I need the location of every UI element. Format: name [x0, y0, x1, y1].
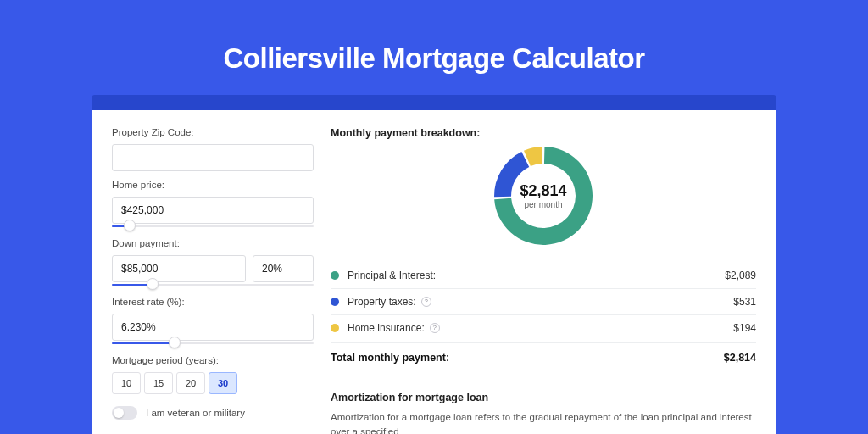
- breakdown-line-label: Principal & Interest:: [348, 270, 725, 281]
- total-row: Total monthly payment: $2,814: [331, 342, 756, 372]
- home-price-label: Home price:: [112, 180, 314, 190]
- donut-center: $2,814 per month: [492, 144, 595, 248]
- period-label: Mortgage period (years):: [112, 355, 314, 365]
- interest-label: Interest rate (%):: [112, 297, 314, 307]
- panel-topbar: [92, 95, 776, 110]
- veteran-label: I am veteran or military: [146, 408, 245, 418]
- interest-input[interactable]: [112, 314, 314, 341]
- home-price-input[interactable]: [112, 197, 314, 224]
- breakdown-line-value: $194: [733, 322, 756, 334]
- donut-amount: $2,814: [520, 182, 566, 200]
- down-payment-slider[interactable]: [112, 281, 314, 288]
- home-price-group: Home price:: [112, 180, 314, 230]
- veteran-toggle[interactable]: [112, 406, 137, 420]
- toggle-knob: [114, 408, 124, 418]
- down-payment-amount-input[interactable]: [112, 255, 246, 282]
- down-payment-percent-input[interactable]: [253, 255, 314, 282]
- down-payment-group: Down payment:: [112, 238, 314, 288]
- period-option-10[interactable]: 10: [112, 372, 141, 394]
- calculator-panel: Property Zip Code: Home price: Down paym…: [92, 108, 776, 434]
- veteran-row: I am veteran or military: [112, 406, 314, 420]
- slider-thumb[interactable]: [124, 220, 136, 231]
- period-option-20[interactable]: 20: [176, 372, 205, 394]
- breakdown-line: Home insurance:?$194: [331, 314, 756, 341]
- period-options: 10152030: [112, 372, 314, 394]
- interest-group: Interest rate (%):: [112, 297, 314, 347]
- page-title: Colliersville Mortgage Calculator: [92, 42, 776, 75]
- breakdown-line-label: Property taxes:?: [348, 296, 733, 308]
- amortization-block: Amortization for mortgage loan Amortizat…: [331, 381, 756, 434]
- breakdown-line: Principal & Interest:$2,089: [331, 263, 756, 288]
- legend-swatch: [331, 324, 339, 332]
- slider-thumb[interactable]: [169, 337, 181, 348]
- breakdown-line-label: Home insurance:?: [348, 322, 733, 334]
- legend-swatch: [331, 298, 339, 306]
- amortization-text: Amortization for a mortgage loan refers …: [331, 410, 756, 434]
- down-payment-label: Down payment:: [112, 238, 314, 248]
- breakdown-line-value: $2,089: [725, 270, 756, 281]
- legend-swatch: [331, 271, 339, 280]
- inputs-column: Property Zip Code: Home price: Down paym…: [112, 127, 314, 434]
- info-icon[interactable]: ?: [430, 323, 440, 333]
- zip-input[interactable]: [112, 144, 314, 171]
- total-label: Total monthly payment:: [331, 352, 724, 364]
- amortization-title: Amortization for mortgage loan: [331, 392, 756, 403]
- breakdown-line-value: $531: [733, 296, 756, 308]
- zip-label: Property Zip Code:: [112, 127, 314, 137]
- period-option-15[interactable]: 15: [144, 372, 173, 394]
- results-column: Monthly payment breakdown: $2,814 per mo…: [331, 127, 756, 434]
- breakdown-title: Monthly payment breakdown:: [331, 127, 756, 139]
- home-price-slider[interactable]: [112, 223, 314, 230]
- zip-group: Property Zip Code:: [112, 127, 314, 171]
- slider-thumb[interactable]: [147, 278, 159, 290]
- breakdown-chart: $2,814 per month: [331, 144, 756, 248]
- donut-sub: per month: [524, 200, 562, 209]
- breakdown-lines: Principal & Interest:$2,089Property taxe…: [331, 263, 756, 341]
- interest-slider[interactable]: [112, 340, 314, 347]
- info-icon[interactable]: ?: [421, 297, 431, 307]
- period-group: Mortgage period (years): 10152030: [112, 355, 314, 394]
- period-option-30[interactable]: 30: [209, 372, 237, 394]
- total-value: $2,814: [724, 352, 756, 364]
- breakdown-line: Property taxes:?$531: [331, 288, 756, 314]
